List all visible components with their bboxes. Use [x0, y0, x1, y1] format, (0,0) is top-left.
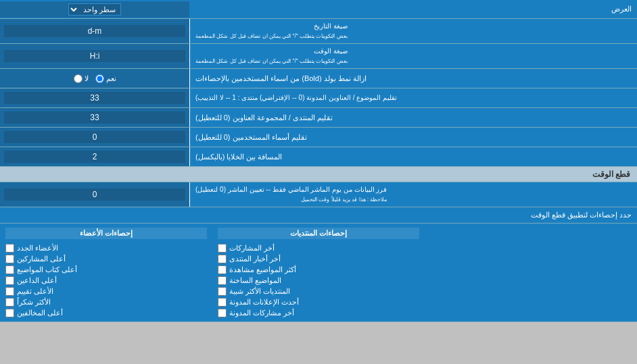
member-stat-4-checkbox[interactable]	[5, 276, 14, 285]
forum-stat-6-checkbox[interactable]	[218, 298, 227, 307]
member-stat-3-label: أعلى كتاب المواضيع	[17, 265, 77, 274]
cell-spacing-label: المسافة بين الخلايا (بالبكسل)	[189, 147, 637, 166]
time-format-label: صيغة الوقتبعض التكوينات يتطلب "/" التي ي…	[189, 44, 637, 68]
display-label: العرض	[189, 2, 637, 16]
member-stat-5-checkbox[interactable]	[5, 287, 14, 296]
forum-stat-5: المنتديات الأكثر شبية	[218, 287, 419, 296]
forum-stat-4-label: المواضيع الساخنة	[229, 276, 281, 285]
forum-stat-7-checkbox[interactable]	[218, 309, 227, 317]
member-stat-6-checkbox[interactable]	[5, 298, 14, 307]
forum-stat-3-label: أكثر المواضيع مشاهدة	[229, 265, 296, 274]
users-align-row: تقليم أسماء المستخدمين (0 للتعطيل)	[0, 128, 637, 147]
time-cutoff-label: فرز البيانات من يوم الماشر الماضي فقط --…	[189, 182, 637, 207]
display-select-wrapper: سطر واحد سطرين ثلاثة أسطر	[0, 1, 189, 18]
spacer-col	[425, 226, 637, 319]
forum-stat-2: أخر أخبار المنتدى	[218, 255, 419, 263]
bold-remove-options: نعم لا	[0, 69, 189, 88]
member-stat-1-checkbox[interactable]	[5, 244, 14, 253]
member-stat-1: الأعضاء الجدد	[5, 244, 207, 253]
bold-remove-row: ازالة نمط بولد (Bold) من اسماء المستخدمي…	[0, 69, 637, 88]
member-stat-7-label: أعلى المخالفين	[17, 309, 63, 317]
topic-align-input[interactable]	[4, 92, 185, 104]
time-cutoff-text: فرز البيانات من يوم الماشر الماضي فقط --…	[195, 185, 387, 204]
member-stat-5-label: الأعلى تقييم	[17, 287, 53, 296]
member-stat-4: أعلى الداعين	[5, 276, 207, 285]
forum-stat-1-checkbox[interactable]	[218, 244, 227, 253]
member-stat-2-checkbox[interactable]	[5, 255, 14, 263]
member-stat-1-label: الأعضاء الجدد	[17, 244, 58, 253]
member-stat-7: أعلى المخالفين	[5, 309, 207, 317]
topic-align-label: تقليم الموضوع / العناوين المدونة (0 -- ا…	[189, 88, 637, 107]
bold-yes-radio[interactable]	[95, 74, 104, 83]
users-align-label: تقليم أسماء المستخدمين (0 للتعطيل)	[189, 128, 637, 147]
forum-align-input-wrapper	[0, 108, 189, 127]
forum-stat-1: أخر المشاركات	[218, 244, 419, 253]
bold-yes-text: نعم	[106, 74, 116, 83]
time-cutoff-header: قطع الوقت	[0, 167, 637, 182]
topic-align-row: تقليم الموضوع / العناوين المدونة (0 -- ا…	[0, 88, 637, 108]
forum-stat-7: أخر مشاركات المدونة	[218, 309, 419, 317]
date-format-input[interactable]	[4, 25, 185, 37]
display-row: العرض سطر واحد سطرين ثلاثة أسطر	[0, 0, 637, 19]
date-format-input-wrapper	[0, 19, 189, 43]
time-cutoff-title: قطع الوقت	[592, 170, 630, 179]
forum-stat-3: أكثر المواضيع مشاهدة	[218, 265, 419, 274]
member-stat-7-checkbox[interactable]	[5, 309, 14, 317]
bold-remove-label: ازالة نمط بولد (Bold) من اسماء المستخدمي…	[189, 69, 637, 88]
forum-stat-7-label: أخر مشاركات المدونة	[229, 309, 294, 317]
cell-spacing-row: المسافة بين الخلايا (بالبكسل)	[0, 147, 637, 167]
forum-stat-2-label: أخر أخبار المنتدى	[229, 255, 281, 263]
forum-align-input[interactable]	[4, 111, 185, 124]
forum-stat-6: أحدث الإعلانات المدونة	[218, 298, 419, 307]
member-stat-2-label: أعلى المشاركين	[17, 255, 66, 263]
users-align-input-wrapper	[0, 128, 189, 147]
time-cutoff-input[interactable]	[4, 188, 185, 201]
stats-apply-label: حدد إحصاءات لتطبيق قطع الوقت	[0, 209, 637, 222]
bold-yes-label[interactable]: نعم	[95, 74, 116, 83]
time-format-row: صيغة الوقتبعض التكوينات يتطلب "/" التي ي…	[0, 44, 637, 69]
member-stats-header: إحصاءات الأعضاء	[5, 228, 207, 239]
forum-stats-col: إحصاءات المنتديات أخر المشاركات أخر أخبا…	[212, 226, 425, 319]
time-cutoff-row: فرز البيانات من يوم الماشر الماضي فقط --…	[0, 182, 637, 207]
bold-no-label[interactable]: لا	[74, 74, 89, 83]
display-select[interactable]: سطر واحد سطرين ثلاثة أسطر	[68, 3, 121, 16]
member-stat-2: أعلى المشاركين	[5, 255, 207, 263]
forum-stat-5-checkbox[interactable]	[218, 287, 227, 296]
member-stat-3: أعلى كتاب المواضيع	[5, 265, 207, 274]
member-stats-col: إحصاءات الأعضاء الأعضاء الجدد أعلى المشا…	[0, 226, 212, 319]
main-container: العرض سطر واحد سطرين ثلاثة أسطر صيغة الت…	[0, 0, 637, 322]
forum-stat-5-label: المنتديات الأكثر شبية	[229, 287, 290, 296]
time-format-input[interactable]	[4, 50, 185, 62]
member-stat-3-checkbox[interactable]	[5, 265, 14, 274]
date-format-label: صيغة التاريخبعض التكوينات يتطلب "/" التي…	[189, 19, 637, 43]
forum-stat-4: المواضيع الساخنة	[218, 276, 419, 285]
member-stat-6: الأكثر شكراً	[5, 298, 207, 307]
member-stat-5: الأعلى تقييم	[5, 287, 207, 296]
member-stat-4-label: أعلى الداعين	[17, 276, 57, 285]
forum-stat-6-label: أحدث الإعلانات المدونة	[229, 298, 299, 307]
stats-apply-row: حدد إحصاءات لتطبيق قطع الوقت	[0, 207, 637, 224]
forum-stat-2-checkbox[interactable]	[218, 255, 227, 263]
date-format-row: صيغة التاريخبعض التكوينات يتطلب "/" التي…	[0, 19, 637, 44]
users-align-input[interactable]	[4, 131, 185, 143]
cell-spacing-input[interactable]	[4, 151, 185, 163]
bold-no-radio[interactable]	[74, 74, 82, 83]
topic-align-input-wrapper	[0, 88, 189, 107]
forum-stat-1-label: أخر المشاركات	[229, 244, 275, 253]
member-stat-6-label: الأكثر شكراً	[17, 298, 51, 307]
forum-align-label: تقليم المنتدى / المجموعة العناوين (0 للت…	[189, 108, 637, 127]
time-format-input-wrapper	[0, 44, 189, 68]
forum-stat-3-checkbox[interactable]	[218, 265, 227, 274]
cell-spacing-input-wrapper	[0, 147, 189, 166]
time-cutoff-input-wrapper	[0, 182, 189, 207]
forum-align-row: تقليم المنتدى / المجموعة العناوين (0 للت…	[0, 108, 637, 128]
bold-no-text: لا	[85, 74, 89, 83]
checkbox-grid: إحصاءات المنتديات أخر المشاركات أخر أخبا…	[0, 224, 637, 322]
forum-stats-header: إحصاءات المنتديات	[218, 228, 419, 239]
forum-stat-4-checkbox[interactable]	[218, 276, 227, 285]
